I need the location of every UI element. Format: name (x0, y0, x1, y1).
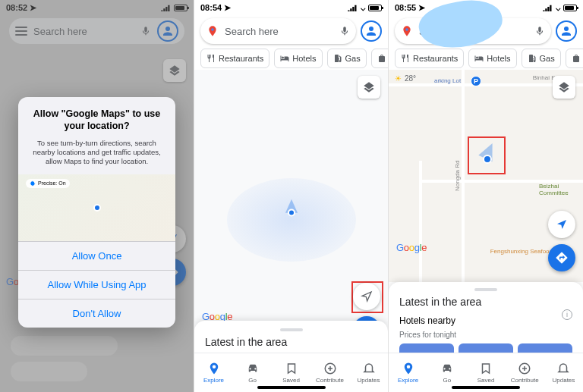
parking-icon[interactable]: P (471, 76, 481, 86)
bag-icon (377, 54, 386, 63)
bookmark-icon (285, 362, 298, 375)
map-canvas[interactable]: Binhai E Rd Nongda Rd ☀ 28° P arking Lot… (389, 70, 583, 282)
signal-icon (543, 5, 553, 11)
wifi-icon: ⌵ (556, 3, 561, 13)
maps-pin-icon (206, 25, 219, 37)
battery-icon (368, 5, 382, 11)
search-bar[interactable]: Search here (200, 18, 356, 44)
chip-gas[interactable]: Gas (522, 49, 561, 68)
phone-2-centered: 08:54 ➤ ⌵ Search here Restaurants Hotels… (194, 0, 389, 392)
status-time: 08:55 (395, 3, 416, 12)
allow-while-using-button[interactable]: Allow While Using App (18, 270, 175, 299)
nav-updates[interactable]: Updates (544, 353, 583, 392)
plus-circle-icon (518, 362, 531, 375)
my-location-button[interactable] (353, 283, 380, 310)
info-icon[interactable]: i (562, 309, 572, 320)
svg-point-2 (405, 28, 408, 30)
signal-icon (348, 5, 358, 11)
location-arrow-icon: ➤ (418, 3, 425, 12)
location-arrow-icon: ➤ (224, 3, 231, 12)
mic-icon[interactable] (534, 24, 545, 38)
sheet-title: Latest in the area (205, 336, 377, 348)
sheet-title: Latest in the area (399, 296, 572, 308)
poi-parking-label: arking Lot (434, 77, 461, 84)
map-canvas[interactable]: Google (194, 70, 388, 353)
chip-gas[interactable]: Gas (327, 49, 367, 68)
my-location-button[interactable] (548, 211, 575, 238)
pin-icon (402, 362, 415, 375)
sheet-handle[interactable] (474, 288, 497, 291)
sheet-caption: Prices for tonight (399, 331, 572, 339)
nav-updates[interactable]: Updates (349, 353, 388, 392)
chip-shopping[interactable]: Shopping (566, 49, 583, 68)
person-icon (364, 24, 378, 38)
nav-explore[interactable]: Explore (389, 353, 427, 392)
my-location-dot (288, 209, 295, 216)
directions-icon (555, 251, 569, 265)
bookmark-icon (479, 362, 493, 375)
poi-beizhai: Beizhai Committee (539, 183, 581, 197)
modal-body: To see turn-by-turn directions, search n… (18, 139, 175, 174)
google-logo: Google (396, 242, 427, 253)
bell-icon (556, 362, 570, 375)
category-chips: Restaurants Hotels Gas Shopping (389, 49, 583, 71)
bag-icon (572, 54, 581, 63)
layers-button[interactable] (358, 76, 380, 99)
chip-restaurants[interactable]: Restaurants (395, 49, 464, 68)
road (419, 161, 422, 282)
sheet-handle[interactable] (280, 328, 303, 331)
location-dot-icon (93, 204, 101, 212)
road-label-nongda: Nongda Rd (454, 161, 461, 191)
home-indicator (452, 386, 520, 389)
svg-point-0 (211, 28, 213, 30)
accuracy-radius (227, 178, 356, 262)
layers-button[interactable] (553, 76, 575, 99)
chip-shopping[interactable]: Shopping (371, 49, 388, 68)
bottom-sheet[interactable]: Latest in the area (194, 321, 388, 353)
poi-seafood: Fengshunxing Seafood (490, 248, 553, 255)
car-icon (246, 362, 260, 375)
weather-chip[interactable]: ☀ 28° (395, 74, 416, 83)
status-bar: 08:54 ➤ ⌵ (194, 0, 388, 14)
gas-icon (333, 54, 342, 63)
fork-knife-icon (401, 54, 410, 63)
chip-hotels[interactable]: Hotels (274, 49, 322, 68)
modal-title: Allow "Google Maps" to use your location… (30, 108, 163, 133)
allow-once-button[interactable]: Allow Once (18, 241, 175, 270)
sun-icon: ☀ (395, 74, 402, 83)
chip-restaurants[interactable]: Restaurants (200, 49, 269, 68)
account-button[interactable] (556, 20, 577, 42)
home-indicator (257, 386, 326, 389)
directions-button[interactable] (548, 244, 575, 271)
bed-icon (280, 54, 289, 63)
fork-knife-icon (206, 54, 216, 63)
search-placeholder: Search here (225, 26, 333, 37)
dont-allow-button[interactable]: Don't Allow (18, 299, 175, 328)
pin-icon (207, 362, 221, 375)
mic-icon[interactable] (339, 24, 350, 38)
modal-map-preview: Precise: On (18, 174, 175, 241)
bed-icon (474, 54, 484, 63)
road (462, 70, 465, 282)
person-icon (559, 24, 573, 38)
nav-explore[interactable]: Explore (194, 353, 233, 392)
location-arrow-icon (361, 290, 373, 303)
wifi-icon: ⌵ (361, 3, 366, 13)
chip-hotels[interactable]: Hotels (468, 49, 516, 68)
plus-circle-icon (323, 362, 337, 375)
phone-3-map: 08:55 ➤ ⌵ Search here Restaurants Hotels… (389, 0, 583, 392)
location-arrow-icon (556, 218, 568, 230)
car-icon (440, 362, 454, 375)
category-chips: Restaurants Hotels Gas Shopping (194, 49, 388, 71)
crosshair-icon (30, 180, 36, 187)
account-button[interactable] (361, 20, 382, 42)
highlight-location-dot (468, 136, 506, 174)
gas-icon (528, 54, 537, 63)
location-permission-modal: Allow "Google Maps" to use your location… (18, 97, 175, 328)
phone-1-permission: 08:52 ➤ Search here Google Allow "Google (0, 0, 194, 392)
precise-toggle[interactable]: Precise: On (26, 179, 70, 188)
maps-pin-icon (401, 25, 413, 37)
bottom-sheet[interactable]: Latest in the area Hotels nearby Prices … (389, 282, 583, 353)
bell-icon (362, 362, 376, 375)
status-time: 08:54 (200, 3, 222, 12)
